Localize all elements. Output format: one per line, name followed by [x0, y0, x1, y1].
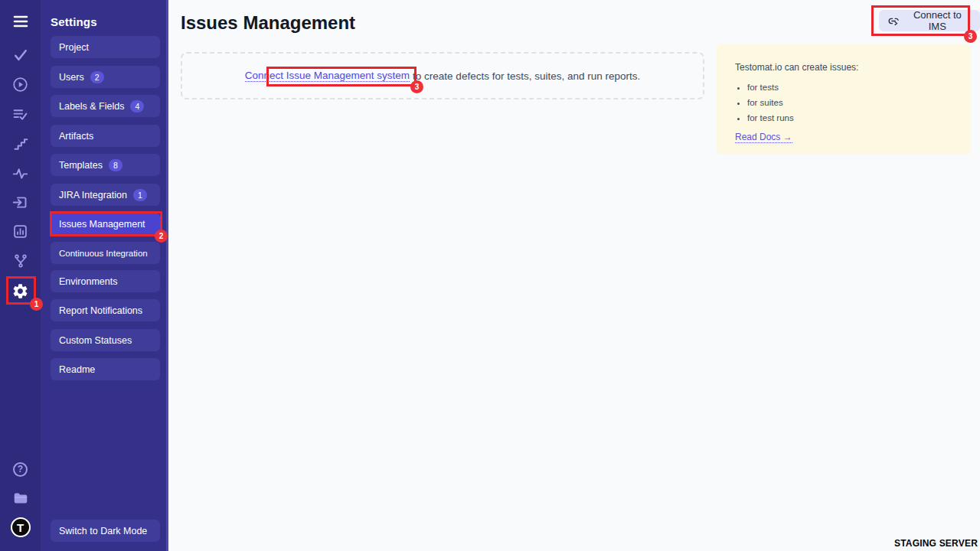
connect-issue-management-link[interactable]: Connect Issue Management system: [245, 70, 410, 82]
branch-glyph: [13, 253, 28, 269]
read-docs-link[interactable]: Read Docs →: [735, 132, 792, 143]
hamburger-glyph: [11, 12, 30, 31]
item-label: Issues Management: [59, 219, 145, 230]
info-panel-title: Testomat.io can create issues:: [735, 62, 952, 73]
check-glyph: [13, 47, 28, 63]
empty-state-box: Connect Issue Management system to creat…: [181, 52, 704, 99]
empty-state-text: to create defects for tests, suites, and…: [413, 70, 640, 82]
item-label: Switch to Dark Mode: [59, 526, 147, 536]
test-plans-list-icon[interactable]: [0, 105, 41, 123]
sidebar-divider: [166, 0, 168, 551]
bar-chart-glyph: [12, 223, 28, 240]
list-item: for tests: [747, 83, 952, 92]
icon-rail: ? T: [0, 0, 41, 551]
item-label: Artifacts: [59, 131, 93, 142]
sidebar-item-users[interactable]: Users2: [51, 66, 160, 88]
sidebar-item-environments[interactable]: Environments: [51, 270, 160, 292]
sidebar-item-issues-management[interactable]: Issues Management: [51, 213, 160, 235]
list-item: for suites: [747, 98, 952, 107]
item-label: JIRA Integration: [59, 190, 127, 201]
staging-server-label: STAGING SERVER: [894, 538, 978, 549]
help-icon[interactable]: ?: [0, 460, 41, 478]
sign-in-glyph: [12, 194, 28, 210]
play-circle-glyph: [12, 77, 28, 93]
sidebar-title: Settings: [51, 15, 97, 28]
reports-chart-icon[interactable]: [0, 222, 41, 240]
item-label: Templates: [59, 160, 103, 171]
settings-sidebar: Settings Project Users2 Labels & Fields4…: [41, 0, 168, 551]
list-check-glyph: [12, 106, 28, 122]
sidebar-item-continuous-integration[interactable]: Continuous Integration: [51, 242, 160, 264]
page-title: Issues Management: [181, 12, 355, 34]
sidebar-item-project[interactable]: Project: [51, 36, 160, 58]
annotation-badge-4: 3: [964, 30, 977, 43]
folder-glyph: [12, 490, 29, 507]
sidebar-item-readme[interactable]: Readme: [51, 358, 160, 380]
sidebar-item-custom-statuses[interactable]: Custom Statuses: [51, 329, 160, 351]
item-label: Environments: [59, 276, 117, 287]
logo-letter: T: [11, 517, 31, 537]
annotation-badge-2: 2: [155, 230, 168, 243]
button-label: Connect to IMS: [904, 9, 971, 32]
info-panel: Testomat.io can create issues: for tests…: [717, 44, 971, 155]
item-label: Labels & Fields: [59, 101, 124, 112]
tests-check-icon[interactable]: [0, 46, 41, 64]
connect-to-ims-button[interactable]: Connect to IMS: [879, 10, 980, 31]
question-glyph: ?: [13, 462, 28, 477]
info-panel-list: for tests for suites for test runs: [747, 83, 952, 122]
count-badge: 1: [133, 189, 147, 201]
item-label: Report Notifications: [59, 305, 142, 316]
gear-glyph: [11, 282, 29, 300]
app-window: ? T Settings Project Users2 Labels & Fie…: [0, 0, 980, 551]
pulse-glyph: [12, 165, 28, 181]
annotation-badge-3: 3: [410, 80, 423, 93]
list-item: for test runs: [747, 113, 952, 122]
runs-play-icon[interactable]: [0, 75, 41, 93]
item-label: Continuous Integration: [59, 249, 148, 258]
count-badge: 4: [130, 100, 144, 112]
count-badge: 2: [90, 71, 104, 83]
hamburger-menu-icon[interactable]: [0, 12, 41, 31]
item-label: Custom Statuses: [59, 335, 132, 346]
item-label: Project: [59, 42, 89, 53]
annotation-badge-1: 1: [30, 298, 43, 311]
item-label: Readme: [59, 364, 95, 375]
projects-folder-icon[interactable]: [0, 489, 41, 507]
switch-dark-mode-button[interactable]: Switch to Dark Mode: [51, 520, 160, 542]
testomat-logo[interactable]: T: [0, 518, 41, 536]
import-signin-icon[interactable]: [0, 193, 41, 211]
milestones-stairs-icon[interactable]: [0, 135, 41, 153]
analytics-pulse-icon[interactable]: [0, 164, 41, 182]
sidebar-item-jira-integration[interactable]: JIRA Integration1: [51, 184, 160, 206]
sidebar-item-templates[interactable]: Templates8: [51, 154, 160, 176]
link-icon: [888, 15, 900, 27]
branches-icon[interactable]: [0, 252, 41, 270]
item-label: Users: [59, 72, 84, 83]
sidebar-item-labels-fields[interactable]: Labels & Fields4: [51, 95, 160, 117]
count-badge: 8: [109, 159, 122, 171]
sidebar-item-artifacts[interactable]: Artifacts: [51, 125, 160, 147]
stairs-glyph: [13, 136, 28, 152]
sidebar-item-report-notifications[interactable]: Report Notifications: [51, 299, 160, 321]
